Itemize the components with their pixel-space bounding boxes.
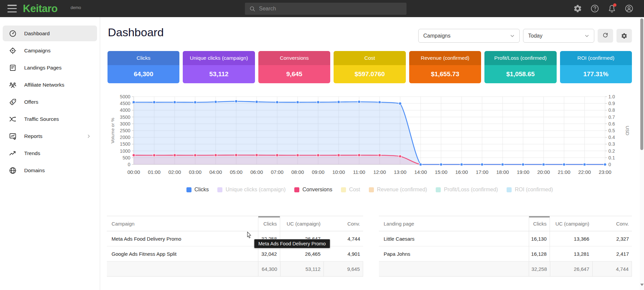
svg-text:0.7: 0.7 (608, 114, 615, 120)
row-name-cell[interactable]: Little Caesars (379, 231, 529, 246)
row-value-cell: 2,417 (592, 246, 632, 261)
svg-text:13:00: 13:00 (394, 169, 406, 175)
chevron-down-icon (509, 33, 515, 39)
stat-card-value: 9,645 (258, 65, 330, 83)
scrollbar-down-arrow[interactable] (640, 284, 644, 288)
totals-cell (107, 261, 258, 276)
totals-cell: 64,300 (258, 261, 280, 276)
sidebar-item-reports[interactable]: Reports (3, 128, 97, 144)
legend-item-roi-confirmed[interactable]: ROI (confirmed) (507, 187, 553, 193)
column-header-landing-page[interactable]: Landing page (379, 216, 529, 231)
sidebar-item-label: Landings Pages (24, 65, 61, 71)
stat-card-clicks[interactable]: Clicks64,300 (108, 51, 179, 83)
stat-card-profit-loss-confirmed[interactable]: Profit/Loss (confirmed)$1,058.65 (484, 51, 556, 83)
notifications-bell-icon[interactable] (607, 4, 616, 13)
keitaro-logo: Keitaro (23, 3, 57, 15)
search-icon (249, 5, 256, 12)
legend-item-profit-loss-confirmed[interactable]: Profit/Loss (confirmed) (436, 187, 498, 193)
legend-item-conversions[interactable]: Conversions (294, 187, 332, 193)
column-header-clicks[interactable]: Clicks (258, 216, 280, 231)
sidebar-item-campaigns[interactable]: Campaigns (3, 43, 97, 58)
global-search[interactable] (245, 3, 406, 15)
row-name-cell[interactable]: Papa Johns (379, 246, 529, 261)
date-range-select[interactable]: Today (523, 29, 594, 43)
help-icon[interactable] (590, 4, 599, 13)
legend-label: Revenue (confirmed) (377, 187, 427, 193)
svg-text:5000: 5000 (120, 94, 130, 99)
sidebar-item-affiliate-networks[interactable]: Affiliate Networks (3, 77, 97, 93)
sidebar-item-landings-pages[interactable]: Landings Pages (3, 60, 97, 76)
svg-text:22:00: 22:00 (578, 169, 591, 175)
svg-text:19:00: 19:00 (517, 169, 529, 175)
column-header-clicks[interactable]: Clicks (529, 216, 550, 231)
stat-card-label: ROI (confirmed) (560, 51, 632, 65)
legend-label: Unique clicks (campaign) (225, 187, 286, 193)
settings-gear-icon[interactable] (573, 4, 582, 13)
traffic-chart[interactable]: 0500100015002000250030003500400045005000… (107, 91, 634, 178)
legend-item-unique-clicks-campaign[interactable]: Unique clicks (campaign) (217, 187, 286, 193)
totals-cell: 53,112 (280, 261, 324, 276)
column-header-uc-campaign[interactable]: UC (campaign) (280, 216, 324, 231)
stat-card-conversions[interactable]: Conversions9,645 (258, 51, 330, 83)
trends-icon (9, 149, 17, 157)
account-icon[interactable] (625, 4, 634, 13)
column-header-campaign[interactable]: Campaign (107, 216, 258, 231)
sidebar-item-trends[interactable]: Trends (3, 145, 97, 161)
column-header-uc-campaign[interactable]: UC (campaign) (550, 216, 592, 231)
svg-text:4500: 4500 (120, 101, 130, 106)
stat-card-cost[interactable]: Cost$597.0760 (334, 51, 405, 83)
page-scrollbar[interactable] (640, 17, 644, 290)
svg-text:10:00: 10:00 (332, 169, 345, 175)
totals-cell: 26,647 (550, 261, 592, 276)
legend-item-revenue-confirmed[interactable]: Revenue (confirmed) (369, 187, 427, 193)
refresh-button[interactable] (598, 29, 613, 43)
scrollbar-thumb[interactable] (640, 18, 643, 150)
stat-card-value: $1,058.65 (484, 65, 556, 83)
dashboard-settings-button[interactable] (616, 29, 632, 43)
menu-icon[interactable] (7, 5, 17, 12)
row-value-cell: 2,327 (592, 231, 632, 246)
dashboard-icon (9, 30, 17, 38)
offers-icon: $ (9, 98, 17, 106)
sidebar-item-label: Offers (24, 99, 38, 105)
sidebar-item-label: Traffic Sources (24, 116, 59, 122)
row-value-cell: 16,130 (529, 231, 550, 246)
svg-text:16:00: 16:00 (455, 169, 468, 175)
sidebar-item-offers[interactable]: $Offers (3, 94, 97, 110)
svg-text:0.8: 0.8 (608, 107, 615, 113)
sidebar-item-traffic-sources[interactable]: Traffic Sources (3, 111, 97, 127)
stat-card-value: 64,300 (108, 65, 179, 83)
totals-cell: 32,258 (529, 261, 550, 276)
row-name-cell[interactable]: Google Ads Fitness App Split (107, 246, 258, 261)
svg-text:14:00: 14:00 (414, 169, 427, 175)
legend-label: ROI (confirmed) (515, 187, 553, 193)
sidebar-item-dashboard[interactable]: Dashboard (3, 26, 97, 41)
domains-icon (9, 166, 17, 175)
sidebar-item-domains[interactable]: Domains (3, 162, 97, 178)
stat-card-roi-confirmed[interactable]: ROI (confirmed)177.31% (560, 51, 632, 83)
column-header-conv[interactable]: Conv. (324, 216, 363, 231)
chevron-down-icon (584, 33, 590, 39)
totals-cell (379, 261, 529, 276)
legend-item-clicks[interactable]: Clicks (186, 187, 209, 193)
landing-pages-table: Landing pageClicksUC (campaign)Conv.Litt… (379, 216, 632, 277)
svg-text:0.6: 0.6 (608, 121, 615, 127)
svg-text:15:00: 15:00 (435, 169, 447, 175)
stat-card-label: Unique clicks (campaign) (183, 51, 255, 65)
row-name-cell[interactable]: Meta Ads Food Delivery Promo (107, 231, 258, 246)
svg-text:00:00: 00:00 (127, 169, 140, 175)
stat-card-unique-clicks-campaign[interactable]: Unique clicks (campaign)53,112 (183, 51, 255, 83)
svg-text:02:00: 02:00 (168, 169, 181, 175)
svg-text:21:00: 21:00 (558, 169, 570, 175)
row-value-cell: 13,281 (550, 246, 592, 261)
legend-label: Profit/Loss (confirmed) (444, 187, 498, 193)
column-header-conv[interactable]: Conv. (592, 216, 632, 231)
traffic-icon (9, 115, 17, 123)
search-input[interactable] (259, 6, 402, 12)
legend-label: Cost (349, 187, 360, 193)
grouping-select[interactable]: Campaigns (418, 29, 520, 43)
row-value-cell: 26,465 (280, 246, 324, 261)
stat-card-revenue-confirmed[interactable]: Revenue (confirmed)$1,655.73 (409, 51, 481, 83)
legend-item-cost[interactable]: Cost (341, 187, 360, 193)
svg-text:09:00: 09:00 (312, 169, 325, 175)
